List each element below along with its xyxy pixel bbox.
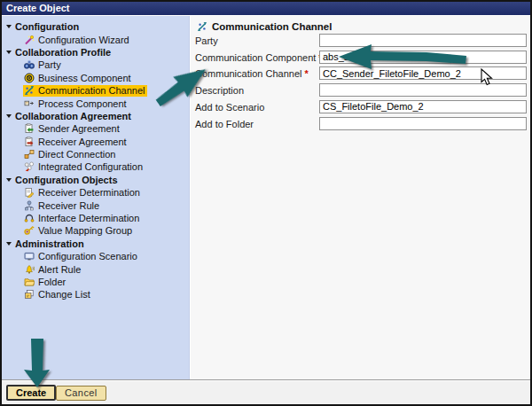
item-content[interactable]: Receiver Determination [23, 187, 143, 199]
sidebar-item-receiver-rule[interactable]: Receiver Rule [2, 199, 189, 211]
add-to-folder-input[interactable] [319, 117, 527, 130]
create-object-dialog: Create Object ConfigurationConfiguration… [0, 0, 532, 406]
dialog-titlebar: Create Object [2, 2, 530, 15]
sidebar-item-label: Receiver Agreement [38, 137, 127, 147]
sidebar-item-label: Value Mapping Group [38, 225, 132, 236]
item-content[interactable]: Configuration Scenario [23, 251, 140, 262]
chevron-down-icon[interactable] [6, 51, 12, 54]
receiver-agreement-icon [24, 137, 35, 147]
sidebar-item-folder[interactable]: Folder [2, 276, 189, 288]
tree-section-label: Collaboration Profile [15, 47, 111, 58]
sidebar-item-label: Sender Agreement [38, 123, 120, 134]
sidebar-item-label: Integrated Configuration [38, 161, 143, 172]
form-row-add-to-scenario: Add to Scenario [191, 100, 530, 114]
object-type-tree: ConfigurationConfiguration WizardCollabo… [2, 16, 190, 380]
item-content[interactable]: Receiver Rule [23, 199, 102, 211]
tree-section-configuration-objects[interactable]: Configuration Objects [2, 174, 189, 186]
party-icon [24, 59, 35, 70]
sidebar-item-label: Receiver Determination [38, 187, 140, 198]
form-title: Communication Channel [212, 21, 332, 32]
business-component-icon [24, 73, 35, 83]
item-content[interactable]: Sender Agreement [23, 123, 122, 135]
sidebar-item-direct-connection[interactable]: Direct Connection [2, 148, 189, 160]
form-row-description: Description [191, 83, 530, 98]
receiver-rule-icon [24, 200, 35, 211]
item-content[interactable]: Change List [23, 289, 93, 301]
item-content[interactable]: Direct Connection [23, 149, 118, 160]
sidebar-item-configuration-scenario[interactable]: Configuration Scenario [2, 250, 189, 262]
dialog-title: Create Object [6, 3, 70, 13]
sidebar-item-label: Receiver Rule [38, 200, 99, 211]
process-component-icon [24, 98, 35, 109]
sidebar-item-business-component[interactable]: Business Component [2, 72, 189, 84]
tree-section-label: Configuration Objects [15, 175, 118, 185]
integrated-configuration-icon [24, 161, 35, 172]
add-to-scenario-label: Add to Scenario [195, 102, 264, 113]
folder-icon [24, 277, 35, 287]
sidebar-item-label: Folder [38, 277, 66, 287]
item-content[interactable]: Interface Determination [23, 213, 142, 224]
cancel-button[interactable]: Cancel [56, 386, 106, 401]
chevron-down-icon[interactable] [6, 178, 12, 182]
tree-section-administration[interactable]: Administration [2, 238, 189, 250]
tree-section-collaboration-agreement[interactable]: Collaboration Agreement [2, 110, 189, 122]
sidebar-item-label: Interface Determination [38, 213, 139, 223]
sidebar-item-party[interactable]: Party [2, 59, 189, 71]
add-to-folder-label: Add to Folder [195, 119, 254, 129]
interface-determination-icon [24, 213, 35, 223]
direct-connection-icon [24, 149, 35, 160]
sidebar-item-receiver-agreement[interactable]: Receiver Agreement [2, 136, 189, 148]
item-content[interactable]: Business Component [23, 72, 134, 83]
sidebar-item-receiver-determination[interactable]: Receiver Determination [2, 186, 189, 199]
configuration-scenario-icon [24, 251, 35, 262]
tree-section-collaboration-profile[interactable]: Collaboration Profile [2, 46, 189, 59]
communication-channel-icon [24, 85, 35, 96]
form-header: Communication Channel [197, 21, 332, 32]
item-content[interactable]: Alert Rule [23, 263, 83, 275]
item-content[interactable]: Integrated Configuration [23, 161, 145, 173]
description-label: Description [195, 85, 244, 96]
sidebar-item-label: Configuration Scenario [38, 251, 137, 262]
create-button[interactable]: Create [6, 385, 56, 401]
sidebar-item-label: Process Component [38, 98, 127, 109]
sidebar-item-label: Direct Connection [38, 149, 115, 160]
form-row-party: Party [191, 34, 530, 48]
tree-section-label: Collaboration Agreement [15, 111, 131, 121]
chevron-down-icon[interactable] [6, 25, 12, 28]
sidebar-item-label: Communication Channel [38, 85, 145, 96]
sidebar-item-label: Configuration Wizard [38, 35, 129, 45]
sidebar-item-label: Change List [38, 289, 90, 300]
tree-section-configuration[interactable]: Configuration [2, 20, 189, 33]
footer-bar: Create Cancel [2, 379, 530, 404]
sidebar-item-value-mapping-group[interactable]: Value Mapping Group [2, 224, 189, 237]
chevron-down-icon[interactable] [6, 242, 12, 246]
item-content[interactable]: Value Mapping Group [23, 225, 135, 237]
value-mapping-group-icon [24, 225, 35, 236]
item-content[interactable]: Configuration Wizard [23, 34, 132, 45]
required-asterisk: * [304, 68, 308, 79]
sidebar-item-integrated-configuration[interactable]: Integrated Configuration [2, 160, 189, 173]
chevron-down-icon[interactable] [6, 114, 12, 118]
item-content[interactable]: Process Component [23, 98, 129, 109]
sidebar-item-change-list[interactable]: Change List [2, 288, 189, 301]
communication-channel-input[interactable] [319, 66, 527, 80]
party-label: Party [195, 35, 218, 46]
form-panel: Communication Channel PartyCommunication… [191, 16, 530, 380]
sidebar-item-sender-agreement[interactable]: Sender Agreement [2, 122, 189, 135]
item-content[interactable]: Receiver Agreement [23, 136, 129, 147]
communication-component-label: Communication Component* [195, 52, 323, 63]
tree-section-label: Administration [15, 238, 84, 249]
sidebar-item-label: Alert Rule [38, 264, 81, 275]
description-input[interactable] [319, 83, 527, 97]
item-content[interactable]: Folder [23, 277, 68, 288]
add-to-scenario-input[interactable] [319, 100, 527, 113]
party-input[interactable] [319, 34, 527, 47]
sidebar-item-interface-determination[interactable]: Interface Determination [2, 212, 189, 224]
sidebar-item-configuration-wizard[interactable]: Configuration Wizard [2, 33, 189, 45]
sidebar-item-process-component[interactable]: Process Component [2, 97, 189, 109]
item-content[interactable]: Party [23, 59, 64, 71]
selected-item-highlight[interactable]: Communication Channel [23, 85, 147, 97]
sidebar-item-communication-channel[interactable]: Communication Channel [2, 84, 189, 97]
sidebar-item-alert-rule[interactable]: Alert Rule [2, 262, 189, 275]
communication-component-input[interactable] [319, 51, 527, 64]
